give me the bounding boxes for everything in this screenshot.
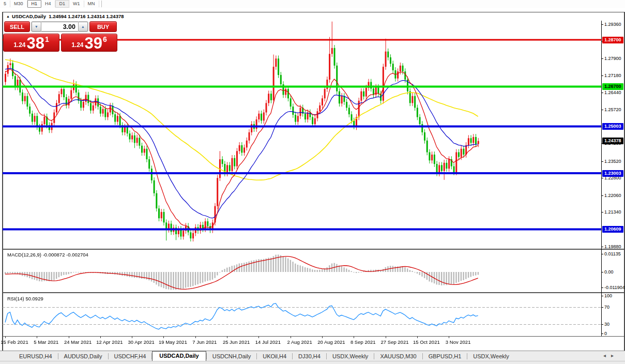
date-tick-mark [132, 336, 132, 338]
price-tick-mark [601, 93, 603, 93]
macd-tick-mark [601, 287, 603, 288]
price-tick-label: 1.26440 [604, 90, 621, 95]
rsi-tick-label: 70 [604, 305, 609, 310]
timeframe-button-h4[interactable]: H4 [41, 1, 55, 7]
price-tick-label: 1.27900 [604, 56, 621, 61]
date-tick-mark [354, 336, 354, 338]
sell-button[interactable]: SELL [4, 21, 30, 32]
triangle-up-icon: ▲ [81, 25, 85, 28]
rsi-indicator-canvas[interactable] [3, 294, 601, 336]
date-tick-label: 15 Feb 2021 [1, 339, 28, 345]
date-tick-mark [291, 336, 291, 338]
buy-price-pip: 6 [103, 35, 107, 43]
chart-tab-usdx-weekly[interactable]: USDX,Weekly [467, 352, 514, 361]
buy-button[interactable]: BUY [89, 21, 117, 32]
timeframe-button-m30[interactable]: M30 [10, 1, 27, 7]
date-tick-label: 19 May 2021 [159, 339, 187, 345]
price-tick-mark [601, 24, 603, 25]
spread-value-field[interactable]: 3.00 [41, 22, 78, 32]
date-tick-label: 27 Sep 2021 [381, 339, 409, 345]
date-tick-label: 8 Sep 2021 [350, 339, 376, 345]
chart-tab-usdcnh-daily[interactable]: USDCNH,Daily [207, 352, 257, 361]
price-tick-mark [601, 110, 603, 110]
macd-indicator-canvas[interactable] [3, 250, 601, 292]
price-tick-mark [601, 161, 603, 162]
date-tick-label: 14 Jul 2021 [255, 339, 281, 345]
chart-tab-dj30-h4[interactable]: DJ30,H4 [293, 352, 326, 361]
date-tick-label: 7 Jun 2021 [192, 339, 217, 345]
price-tick-label: 1.27180 [604, 73, 621, 78]
date-tick-label: 25 Jun 2021 [223, 339, 250, 345]
spread-increase-button[interactable]: ▲ [78, 22, 88, 32]
macd-tick-label: -0.011904 [604, 285, 625, 290]
tab-bar-underline [0, 361, 625, 361]
tab-scroll-left-icon[interactable]: ◂ [603, 353, 611, 358]
sell-quote-button[interactable]: 1.24381 [3, 34, 59, 52]
timeframe-button-5[interactable]: 5 [0, 1, 10, 7]
spread-spinner: ▼ 3.00 ▲ [31, 21, 88, 32]
buy-quote-button[interactable]: 1.24396 [61, 34, 117, 52]
toolbar-divider [101, 1, 102, 7]
chart-title: ▲USDCAD,Daily 1.24594 1.24716 1.24314 1.… [6, 13, 124, 19]
timeframe-button-h1[interactable]: H1 [27, 0, 42, 8]
rsi-tick-mark [601, 324, 603, 325]
macd-tick-label: 0.00 [604, 269, 614, 275]
price-tick-mark [601, 178, 603, 178]
price-level-badge: 1.26700 [602, 83, 623, 90]
rsi-tick-label: 30 [604, 322, 609, 327]
macd-tick-mark [601, 272, 603, 272]
date-tick-label: 24 Mar 2021 [64, 339, 92, 345]
date-tick-mark [37, 336, 37, 338]
date-tick-mark [69, 336, 69, 338]
price-tick-mark [601, 195, 603, 196]
one-click-trade-panel: SELL ▼ 3.00 ▲ BUY 1.24381 1.24396 [3, 21, 118, 52]
triangle-down-icon: ▼ [35, 25, 38, 28]
date-tick-mark [386, 336, 386, 338]
chart-tab-usdchf-h4[interactable]: USDCHF,H4 [109, 352, 152, 361]
date-tick-label: 20 Aug 2021 [317, 339, 345, 345]
macd-tick-mark [601, 254, 603, 254]
rsi-tick-mark [601, 296, 603, 296]
rsi-tick-mark [601, 307, 603, 308]
timeframe-toolbar: 5M30H1H4D1W1MN [0, 0, 625, 8]
rsi-dateaxis-splitter [3, 336, 624, 337]
price-tick-mark [601, 75, 603, 76]
timeframe-button-d1[interactable]: D1 [55, 0, 70, 8]
buy-price-big: 39 [85, 37, 102, 50]
chart-tab-eurusd-h4[interactable]: EURUSD,H4 [13, 352, 58, 361]
date-tick-mark [322, 336, 323, 338]
date-tick-mark [195, 336, 196, 338]
current-price-badge: 1.24378 [602, 138, 623, 144]
rsi-label: RSI(14) 50.0929 [7, 296, 43, 301]
price-level-badge: 1.23003 [602, 170, 623, 177]
date-tick-label: 12 Apr 2021 [96, 339, 123, 345]
buy-price-prefix: 1.24 [71, 41, 83, 49]
chart-tab-gbpusd-h1[interactable]: GBPUSD,H1 [423, 352, 467, 361]
chart-macd-splitter[interactable] [3, 249, 624, 250]
price-tick-mark [601, 58, 603, 59]
main-price-chart-canvas[interactable] [3, 21, 601, 249]
chart-window-border-top [2, 12, 625, 12]
chart-tab-ukoil-h4[interactable]: UKOil,H4 [257, 352, 292, 361]
date-tick-label: 15 Oct 2021 [413, 339, 440, 345]
date-tick-mark [449, 336, 449, 338]
spread-decrease-button[interactable]: ▼ [32, 22, 41, 32]
sell-price-prefix: 1.24 [13, 41, 25, 49]
chart-tab-xauusd-m30[interactable]: XAUUSD,M30 [374, 352, 422, 361]
date-tick-label: 3 Nov 2021 [446, 339, 471, 345]
price-tick-label: 1.21340 [604, 209, 621, 215]
macd-rsi-splitter[interactable] [3, 292, 624, 293]
date-tick-mark [5, 336, 6, 338]
chart-tab-usdcad-daily[interactable]: USDCAD,Daily [152, 351, 206, 361]
price-tick-label: 1.23520 [604, 159, 621, 164]
date-tick-mark [417, 336, 418, 338]
macd-label: MACD(12,26,9) -0.000872 -0.002704 [7, 252, 88, 257]
chart-ohlc-values: 1.24594 1.24716 1.24314 1.24378 [49, 13, 124, 19]
price-tick-mark [601, 247, 603, 247]
tab-scroll-right-icon[interactable]: ▸ [611, 353, 619, 358]
price-level-badge: 1.25003 [602, 123, 623, 130]
timeframe-button-mn[interactable]: MN [84, 1, 99, 7]
chart-tab-audusd-daily[interactable]: AUDUSD,Daily [58, 352, 108, 361]
chart-tab-usdx-weekly[interactable]: USDX,Weekly [327, 352, 374, 361]
timeframe-button-w1[interactable]: W1 [69, 1, 84, 7]
